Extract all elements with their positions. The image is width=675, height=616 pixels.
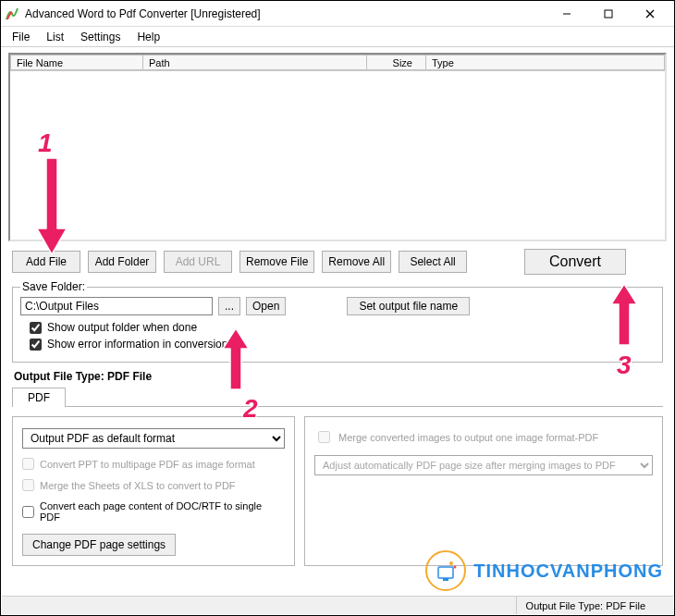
show-errors-input[interactable]: [30, 339, 42, 351]
save-folder-legend: Save Folder:: [20, 280, 87, 293]
watermark-text: TINHOCVANPHONG: [473, 561, 663, 582]
change-pdf-settings-button[interactable]: Change PDF page settings: [22, 534, 176, 556]
open-folder-button[interactable]: Open: [246, 297, 286, 315]
remove-file-button[interactable]: Remove File: [239, 251, 314, 273]
each-page-label: Convert each page content of DOC/RTF to …: [40, 500, 285, 523]
add-file-button[interactable]: Add File: [12, 251, 80, 273]
menu-file[interactable]: File: [5, 29, 37, 45]
browse-button[interactable]: ...: [218, 297, 240, 315]
column-type[interactable]: Type: [426, 55, 665, 70]
table-header: File Name Path Size Type: [10, 55, 665, 71]
svg-point-6: [449, 561, 453, 565]
add-url-button: Add URL: [164, 251, 232, 273]
action-toolbar: Add File Add Folder Add URL Remove File …: [8, 249, 667, 280]
merge-images-label: Merge converted images to output one ima…: [338, 432, 598, 443]
svg-rect-1: [605, 10, 612, 18]
svg-rect-5: [443, 578, 448, 581]
merge-xls-label: Merge the Sheets of XLS to convert to PD…: [40, 480, 236, 491]
svg-rect-4: [438, 567, 453, 578]
column-size[interactable]: Size: [367, 55, 426, 70]
convert-ppt-checkbox: Convert PPT to multipage PDF as image fo…: [22, 458, 285, 470]
adjust-page-size-select: Adjust automatically PDF page size after…: [314, 455, 653, 475]
menu-list[interactable]: List: [39, 29, 71, 45]
each-page-input[interactable]: [22, 506, 34, 518]
show-output-folder-label: Show output folder when done: [47, 321, 197, 334]
menubar: File List Settings Help: [1, 27, 674, 47]
menu-help[interactable]: Help: [129, 29, 167, 45]
show-output-folder-checkbox[interactable]: Show output folder when done: [30, 321, 655, 334]
output-path-input[interactable]: [20, 297, 213, 315]
status-output-type: Output File Type: PDF File: [516, 597, 655, 614]
remove-all-button[interactable]: Remove All: [322, 251, 391, 273]
merge-images-input: [318, 431, 330, 443]
app-icon: [5, 6, 19, 21]
output-format-select[interactable]: Output PDF as default format: [22, 428, 285, 449]
image-merge-panel: Merge converted images to output one ima…: [304, 416, 663, 566]
svg-point-7: [454, 566, 457, 569]
add-folder-button[interactable]: Add Folder: [88, 251, 156, 273]
watermark-logo-icon: [425, 550, 466, 591]
convert-button[interactable]: Convert: [524, 249, 626, 275]
watermark: TINHOCVANPHONG: [425, 550, 663, 591]
table-body[interactable]: [10, 71, 665, 240]
output-file-type-label: Output File Type: PDF File: [14, 370, 667, 383]
convert-ppt-label: Convert PPT to multipage PDF as image fo…: [40, 459, 255, 470]
maximize-button[interactable]: [587, 1, 629, 27]
menu-settings[interactable]: Settings: [73, 29, 128, 45]
select-all-button[interactable]: Select All: [399, 251, 467, 273]
merge-images-checkbox: Merge converted images to output one ima…: [314, 428, 653, 446]
show-errors-checkbox[interactable]: Show error information in conversion: [30, 338, 655, 351]
window-title: Advanced Word to Pdf Converter [Unregist…: [25, 7, 546, 20]
show-output-folder-input[interactable]: [30, 322, 42, 334]
each-page-checkbox[interactable]: Convert each page content of DOC/RTF to …: [22, 500, 285, 523]
tab-pdf[interactable]: PDF: [12, 388, 66, 407]
merge-xls-checkbox: Merge the Sheets of XLS to convert to PD…: [22, 479, 285, 491]
set-output-name-button[interactable]: Set output file name: [347, 297, 470, 315]
close-button[interactable]: [629, 1, 670, 27]
titlebar: Advanced Word to Pdf Converter [Unregist…: [1, 1, 674, 27]
show-errors-label: Show error information in conversion: [47, 338, 227, 351]
options-panels: Output PDF as default format Convert PPT…: [8, 407, 667, 566]
save-folder-group: Save Folder: ... Open Set output file na…: [12, 280, 663, 363]
file-list-table: File Name Path Size Type: [8, 53, 667, 241]
tab-strip: PDF: [12, 387, 663, 407]
pdf-options-panel: Output PDF as default format Convert PPT…: [12, 416, 295, 566]
minimize-button[interactable]: [546, 1, 587, 27]
column-path[interactable]: Path: [143, 55, 367, 70]
statusbar: Output File Type: PDF File: [2, 596, 673, 614]
convert-ppt-input: [22, 458, 34, 470]
column-filename[interactable]: File Name: [10, 55, 143, 70]
merge-xls-input: [22, 479, 34, 491]
window-controls: [546, 1, 670, 27]
